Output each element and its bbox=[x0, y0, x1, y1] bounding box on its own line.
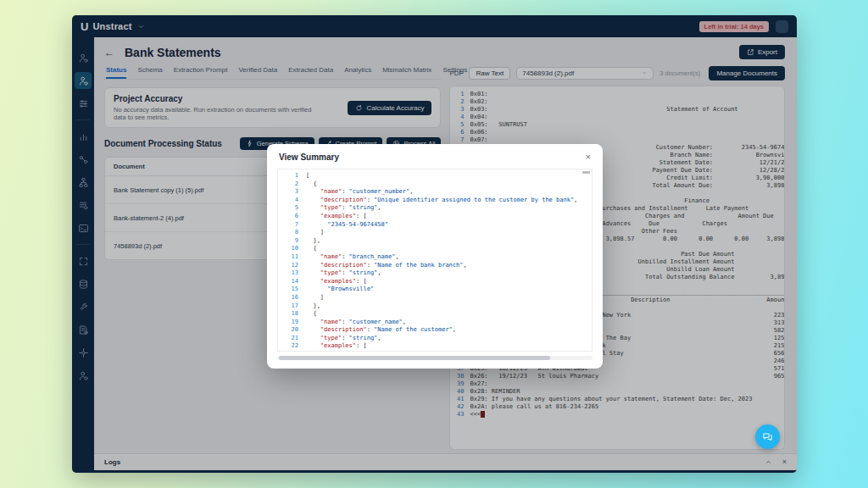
code-line: 12 "description": "Name of the bank bran… bbox=[278, 262, 592, 270]
code-line: 17 }, bbox=[278, 302, 592, 311]
code-line: 20 "description": "Name of the customer"… bbox=[278, 326, 592, 335]
code-line: 18 { bbox=[278, 310, 592, 319]
code-line: 22 "examples": [ bbox=[278, 342, 592, 351]
modal-header: View Summary × bbox=[267, 144, 603, 169]
desktop-background: U Unstract Left in trial: 14 days ← Bank… bbox=[0, 0, 868, 488]
code-line: 19 "name": "customer_name", bbox=[278, 319, 592, 327]
code-line: 4 "description": "Unique identifier assi… bbox=[278, 197, 592, 205]
code-line: 7 "2345-54-9674458" bbox=[278, 221, 592, 230]
code-line: 16 ] bbox=[278, 294, 592, 302]
app-window: U Unstract Left in trial: 14 days ← Bank… bbox=[72, 15, 797, 473]
chat-bubbles-icon bbox=[761, 430, 774, 443]
code-line: 2 { bbox=[278, 180, 592, 189]
modal-title: View Summary bbox=[279, 152, 339, 162]
code-line: 10 { bbox=[278, 245, 592, 253]
modal-close-icon[interactable]: × bbox=[586, 152, 591, 162]
code-line: 14 "examples": [ bbox=[278, 278, 592, 286]
horizontal-scrollbar[interactable] bbox=[277, 356, 593, 360]
code-line: 1[ bbox=[278, 172, 592, 180]
code-line: 21 "type": "string", bbox=[278, 335, 592, 343]
code-line: 6 "examples": [ bbox=[278, 213, 592, 221]
code-line: 13 "type": "string", bbox=[278, 269, 592, 278]
code-editor[interactable]: 1[2 {3 "name": "customer_number",4 "desc… bbox=[277, 169, 593, 352]
code-line: 11 "name": "branch_name", bbox=[278, 253, 592, 262]
horizontal-scrollbar-thumb[interactable] bbox=[279, 356, 550, 360]
chat-fab-button[interactable] bbox=[755, 424, 780, 449]
code-line: 5 "type": "string", bbox=[278, 204, 592, 213]
view-summary-modal: View Summary × 1[2 {3 "name": "customer_… bbox=[267, 144, 603, 369]
code-line: 3 "name": "customer_number", bbox=[278, 188, 592, 197]
code-line: 15 "Brownsville" bbox=[278, 286, 592, 294]
code-line: 9 }, bbox=[278, 237, 592, 246]
code-line: 8 ] bbox=[278, 229, 592, 237]
vertical-scrollbar-thumb[interactable] bbox=[582, 171, 590, 174]
